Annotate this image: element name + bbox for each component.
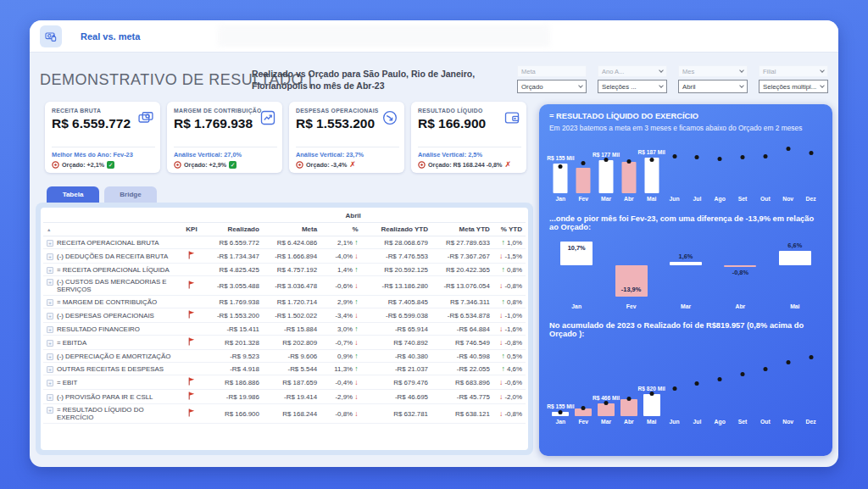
chart1-title: = RESULTADO LÍQUIDO DO EXERCÍCIO [549, 112, 822, 120]
expand-icon[interactable]: + [47, 253, 53, 260]
expand-icon[interactable]: + [47, 267, 53, 274]
realizado-cell: -R$ 4.918 [203, 363, 263, 375]
slicer-label: Filial [759, 65, 828, 77]
chart-slot: R$ 466 Mil [595, 342, 618, 416]
tab-bridge[interactable]: Bridge [104, 186, 157, 203]
variance-bar[interactable] [670, 262, 702, 265]
blurred-watermark [218, 25, 550, 47]
meta-cell: -R$ 1.666.894 [263, 249, 320, 264]
slicer-dropdown[interactable]: Seleções ... [598, 80, 667, 93]
column-header[interactable]: Realizado YTD [362, 223, 432, 236]
arrow-down-icon: ↓ [354, 252, 358, 260]
trend-down-circle-icon [381, 109, 398, 126]
arrow-down-icon: ↓ [354, 281, 358, 290]
kpi-card-row: RECEITA BRUTAR$ 6.559.772Melhor Mês do A… [45, 102, 526, 173]
realizado-bar[interactable] [598, 403, 615, 416]
kpi-flag-cell [181, 375, 203, 390]
realizado-bar[interactable] [621, 162, 636, 193]
orcado-dot [581, 161, 586, 165]
month-label: Mai [640, 196, 663, 202]
tab-tabela[interactable]: Tabela [47, 186, 99, 203]
meta-ytd-cell: R$ 746.549 [431, 336, 493, 350]
row-label: += RESULTADO LÍQUIDO DO EXERCÍCIO [43, 404, 181, 424]
flag-icon [188, 281, 195, 289]
column-header[interactable]: Meta YTD [431, 223, 493, 236]
chart-resultado-mensal: R$ 155 MilR$ 177 MilR$ 187 Mil [549, 136, 822, 193]
pct-cell: -0,4% ↓ [320, 375, 361, 390]
realizado-cell: -R$ 3.055.488 [203, 276, 263, 296]
chart-slot [732, 342, 754, 416]
slicer-dropdown[interactable]: Seleções múltipl... [759, 80, 828, 93]
variance-bar[interactable] [779, 251, 811, 265]
realizado-cell: -R$ 1.734.347 [203, 249, 263, 264]
pct-ytd-cell: ↑ 0,5% [493, 350, 526, 363]
bar-value-label: R$ 155 Mil [547, 155, 574, 161]
flag-icon [188, 408, 195, 417]
table-row: += RESULTADO LÍQUIDO DO EXERCÍCIOR$ 166.… [43, 404, 526, 424]
meta-cell: R$ 187.659 [263, 375, 320, 390]
chevron-down-icon [578, 83, 583, 88]
arrow-down-icon: ↓ [499, 311, 503, 320]
expand-icon[interactable]: + [47, 299, 53, 306]
month-label: Fev [572, 196, 595, 202]
arrow-up-icon: ↑ [354, 352, 358, 360]
realizado-bar[interactable] [576, 168, 591, 193]
bar-value-label: -0,8% [732, 269, 748, 276]
orcado-dot [809, 355, 813, 359]
month-label: Abr [617, 196, 640, 202]
pct-ytd-cell: ↑ 1,0% [493, 236, 526, 249]
kpi-context-line: Análise Vertical: 23,7% [296, 151, 399, 158]
filter-bar: MetaOrçadoAno A...Seleções ...MesAbrilFi… [517, 65, 828, 93]
pct-cell: -3,4% ↓ [320, 308, 361, 323]
slicer-mes: MesAbril [678, 65, 748, 93]
expand-icon[interactable]: + [47, 326, 53, 333]
chart-slot [776, 136, 799, 193]
sort-ascending-icon[interactable]: ▲ [47, 227, 51, 232]
expand-icon[interactable]: + [47, 313, 53, 320]
column-header[interactable]: KPI [181, 223, 203, 236]
meta-cell: -R$ 9.606 [263, 350, 320, 363]
expand-icon[interactable]: + [47, 353, 53, 360]
kpi-flag-cell [181, 308, 203, 323]
realizado-bar[interactable] [620, 399, 637, 416]
arrow-up-icon: ↑ [354, 325, 358, 333]
expand-icon[interactable]: + [47, 279, 53, 286]
meta-cell: R$ 202.809 [263, 336, 320, 350]
table-row: +RECEITA OPERACIONAL BRUTAR$ 6.559.772R$… [43, 236, 526, 249]
month-label: Abr [617, 419, 640, 425]
expand-icon[interactable]: + [47, 380, 53, 386]
realizado-ytd-cell: R$ 679.476 [362, 375, 432, 390]
column-header[interactable]: Realizado [203, 223, 263, 236]
variance-bar[interactable] [724, 265, 756, 267]
pct-ytd-cell: ↑ 0,8% [493, 264, 526, 276]
arrow-down-icon: ↓ [354, 409, 358, 418]
expand-icon[interactable]: + [47, 407, 53, 414]
bar-value-label: -13,9% [621, 286, 641, 293]
realizado-bar[interactable] [643, 394, 660, 416]
expand-icon[interactable]: + [47, 240, 53, 247]
chart2-title: ...onde o pior mês foi Fev-23, com uma d… [549, 214, 822, 231]
table-row: +RESULTADO FINANCEIRO-R$ 15.411-R$ 15.88… [43, 323, 526, 336]
row-label: += RECEITA OPERACIONAL LÍQUIDA [43, 264, 181, 276]
month-label: Dez [799, 419, 822, 425]
kpi-card: RECEITA BRUTAR$ 6.559.772Melhor Mês do A… [45, 102, 160, 173]
pct-ytd-cell: ↑ 4,6% [493, 363, 526, 375]
table-row: += MARGEM DE CONTRIBUIÇÃOR$ 1.769.938R$ … [43, 296, 526, 308]
app-background: Real vs. meta DEMONSTRATIVO DE RESULTADO… [0, 0, 868, 489]
column-header[interactable]: % YTD [493, 223, 526, 236]
realizado-bar[interactable] [599, 160, 614, 193]
slicer-dropdown[interactable]: Orçado [517, 80, 587, 93]
bar-value-label: 6,6% [787, 242, 802, 249]
expand-icon[interactable]: + [47, 366, 53, 373]
slicer-dropdown[interactable]: Abril [678, 80, 748, 93]
realizado-bar[interactable] [644, 158, 659, 193]
column-header[interactable]: Meta [263, 223, 320, 236]
report-tab-badge[interactable] [40, 25, 62, 47]
check-icon: ✓ [229, 161, 236, 169]
dre-table-panel: Abril▲KPIRealizadoMeta%Realizado YTDMeta… [41, 208, 528, 450]
arrow-down-icon: ↓ [499, 392, 503, 401]
chart-slot [686, 136, 709, 193]
expand-icon[interactable]: + [47, 394, 53, 401]
expand-icon[interactable]: + [47, 340, 53, 347]
column-header[interactable]: % [320, 223, 361, 236]
